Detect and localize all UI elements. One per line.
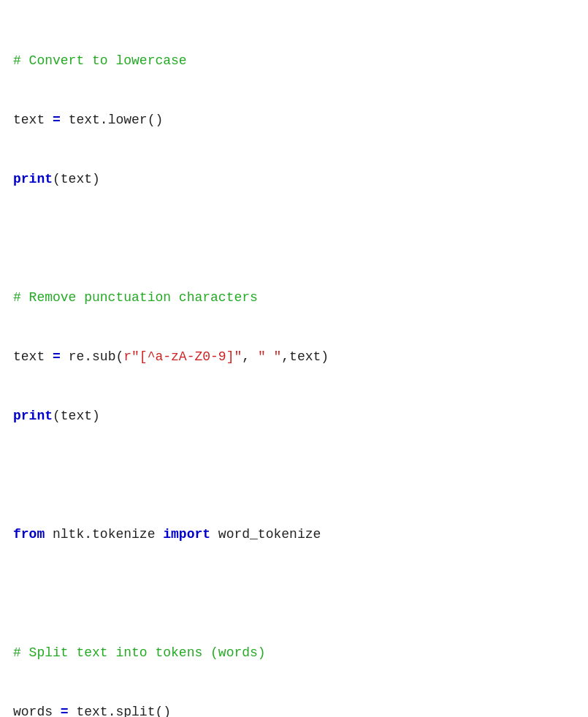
blank-1 <box>13 229 575 249</box>
blank-3 <box>13 584 575 604</box>
line-3: print(text) <box>13 170 575 189</box>
line-import: from nltk.tokenize import word_tokenize <box>13 525 575 545</box>
line-comment-2: # Remove punctuation characters <box>13 288 575 308</box>
line-comment-1: # Convert to lowercase <box>13 51 575 71</box>
line-comment-3: # Split text into tokens (words) <box>13 643 575 663</box>
code-container: # Convert to lowercase text = text.lower… <box>13 12 575 717</box>
blank-2 <box>13 466 575 485</box>
line-9: words = text.split() <box>13 702 575 717</box>
line-2: text = text.lower() <box>13 110 575 130</box>
line-6: print(text) <box>13 406 575 426</box>
line-5: text = re.sub(r"[^a-zA-Z0-9]", " ",text) <box>13 347 575 367</box>
